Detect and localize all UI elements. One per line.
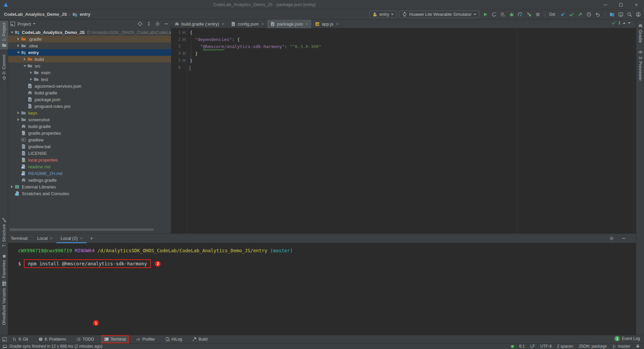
git-action-icon[interactable] — [576, 11, 584, 18]
tool-window-button[interactable]: Terminal — [102, 336, 127, 342]
toolbar-icon[interactable] — [635, 11, 642, 18]
project-view-title[interactable]: Project — [17, 21, 31, 27]
breadcrumb-module[interactable]: entry — [80, 12, 90, 17]
toolbar-action-icon[interactable] — [490, 11, 498, 18]
chevron-up-icon[interactable] — [623, 22, 626, 24]
git-action-icon[interactable] — [594, 11, 601, 18]
indent-setting[interactable]: 2 spaces — [557, 344, 573, 349]
tool-windows-toggle-icon[interactable] — [2, 337, 7, 342]
toolbar-action-icon[interactable] — [525, 11, 533, 18]
code-line[interactable]: 4 } — [171, 50, 636, 57]
tree-row[interactable]: settings.gradle — [8, 177, 171, 183]
fold-marker-icon[interactable] — [182, 31, 185, 34]
tree-row[interactable]: src — [8, 62, 171, 69]
close-button[interactable]: × — [629, 0, 644, 9]
close-tab-icon[interactable]: × — [80, 236, 83, 241]
panel-action-icon[interactable] — [137, 21, 143, 27]
read-only-lock-icon[interactable] — [636, 344, 640, 349]
tool-window-button[interactable]: 1: Project — [0, 21, 8, 49]
file-type[interactable]: JSON: package — [578, 344, 607, 349]
tree-chevron-icon[interactable] — [16, 42, 21, 49]
tree-row[interactable]: .gradle — [8, 36, 171, 42]
toolbar-action-icon[interactable] — [517, 11, 524, 18]
editor-tab[interactable]: app.js × — [312, 19, 342, 28]
git-branch-widget[interactable]: master — [612, 344, 630, 349]
tool-window-button[interactable]: HiLog — [164, 336, 184, 342]
tree-chevron-icon[interactable] — [29, 69, 34, 76]
tree-row[interactable]: build — [8, 56, 171, 62]
tool-window-button[interactable]: Build — [190, 336, 209, 342]
tree-chevron-icon[interactable] — [16, 110, 21, 116]
editor-scrollbar-track[interactable] — [634, 28, 634, 233]
line-ending[interactable]: LF — [530, 344, 535, 349]
tree-row[interactable]: External Libraries — [8, 183, 171, 190]
horizontal-scrollbar[interactable] — [9, 228, 154, 231]
tree-chevron-icon[interactable] — [9, 183, 14, 190]
tree-chevron-icon[interactable] — [9, 29, 14, 36]
tree-row[interactable]: screenshot — [8, 116, 171, 123]
tree-row[interactable]: agconnect-services.json — [8, 83, 171, 89]
device-select[interactable]: Huawei Lite Wearable Simulator — [399, 10, 479, 18]
toolbar-action-icon[interactable] — [534, 11, 542, 18]
code-line[interactable]: 5} — [171, 57, 636, 64]
tree-chevron-icon[interactable] — [22, 62, 27, 69]
tree-row[interactable]: keys — [8, 110, 171, 116]
tree-row[interactable]: build.gradle — [8, 123, 171, 130]
code-line[interactable]: 2 "dependencies": { — [171, 36, 636, 43]
tree-row[interactable]: .idea — [8, 42, 171, 49]
close-tab-icon[interactable]: × — [261, 21, 264, 27]
toolbar-action-icon[interactable] — [499, 11, 507, 18]
run-configuration-select[interactable]: entry — [369, 10, 397, 18]
tree-chevron-icon[interactable] — [16, 36, 21, 42]
tool-window-button[interactable]: 7: Structure — [0, 216, 8, 249]
editor-tab[interactable]: build.gradle (:entry) × — [171, 19, 228, 28]
breadcrumb-project[interactable]: CodeLab_Analytics_Demo_JS — [4, 12, 67, 17]
tool-window-button[interactable]: TODO — [75, 336, 96, 342]
panel-action-icon[interactable] — [155, 21, 160, 27]
tree-row[interactable]: CodeLab_Analytics_Demo_JS D:\AnalyticsSD… — [8, 29, 171, 36]
close-tab-icon[interactable]: × — [306, 21, 308, 27]
terminal-tab[interactable]: Local (2) × — [56, 234, 86, 243]
terminal-output[interactable]: cWX996719@cwx996719 MINGW64 /d/Analytics… — [8, 243, 636, 335]
tree-row[interactable]: readme.md — [8, 163, 171, 170]
editor-tab[interactable]: package.json × — [267, 19, 311, 28]
tree-row[interactable]: gradlew — [8, 136, 171, 143]
fold-marker-icon[interactable] — [182, 38, 185, 41]
new-terminal-button[interactable]: + — [90, 235, 93, 242]
terminal-command-line[interactable]: $ npm install @hmscore/analytics-sdk-har… — [18, 259, 161, 268]
code-line[interactable]: 1{ — [171, 29, 636, 36]
fold-marker-icon[interactable] — [182, 52, 185, 55]
tree-row[interactable]: gradle.properties — [8, 130, 171, 136]
terminal-action-icon[interactable] — [608, 235, 615, 242]
close-tab-icon[interactable]: × — [222, 21, 224, 27]
tree-chevron-icon[interactable] — [16, 116, 21, 123]
event-log-button[interactable]: 1 Event Log — [614, 336, 640, 341]
git-action-icon[interactable] — [559, 11, 566, 18]
tree-row[interactable]: LICENSE — [8, 150, 171, 157]
panel-action-icon[interactable] — [164, 21, 169, 27]
panel-action-icon[interactable] — [146, 21, 152, 27]
toolbar-icon[interactable] — [626, 11, 633, 18]
tool-window-button[interactable]: Gradle — [636, 21, 644, 45]
tree-row[interactable]: Scratches and Consoles — [8, 190, 171, 197]
toolbar-action-icon[interactable] — [508, 11, 515, 18]
tree-row[interactable]: proguard-rules.pro — [8, 103, 171, 110]
tree-row[interactable]: test — [8, 76, 171, 83]
tool-window-button[interactable]: 0: Commit — [0, 53, 8, 82]
tree-chevron-icon[interactable] — [22, 56, 27, 62]
tree-row[interactable]: build.gradle — [8, 89, 171, 96]
close-tab-icon[interactable]: × — [50, 236, 53, 241]
tree-row[interactable]: entry — [8, 49, 171, 56]
tree-row[interactable]: local.properties — [8, 157, 171, 163]
tree-row[interactable]: README_ZH.md — [8, 170, 171, 177]
tree-row[interactable]: gradlew.bat — [8, 143, 171, 150]
inspection-widget[interactable]: 1 — [611, 20, 631, 25]
tool-window-button[interactable]: OhosBuild Variants — [0, 280, 8, 327]
chevron-down-icon[interactable] — [628, 22, 631, 24]
tree-row[interactable]: package.json — [8, 96, 171, 103]
code-editor[interactable]: 1{2 "dependencies": {3 "@hmscore/analyti… — [171, 28, 636, 233]
tree-chevron-icon[interactable] — [16, 49, 21, 56]
tool-window-button[interactable]: Profiler — [134, 336, 157, 342]
minimize-button[interactable] — [598, 0, 613, 9]
terminal-action-icon[interactable] — [620, 235, 627, 242]
